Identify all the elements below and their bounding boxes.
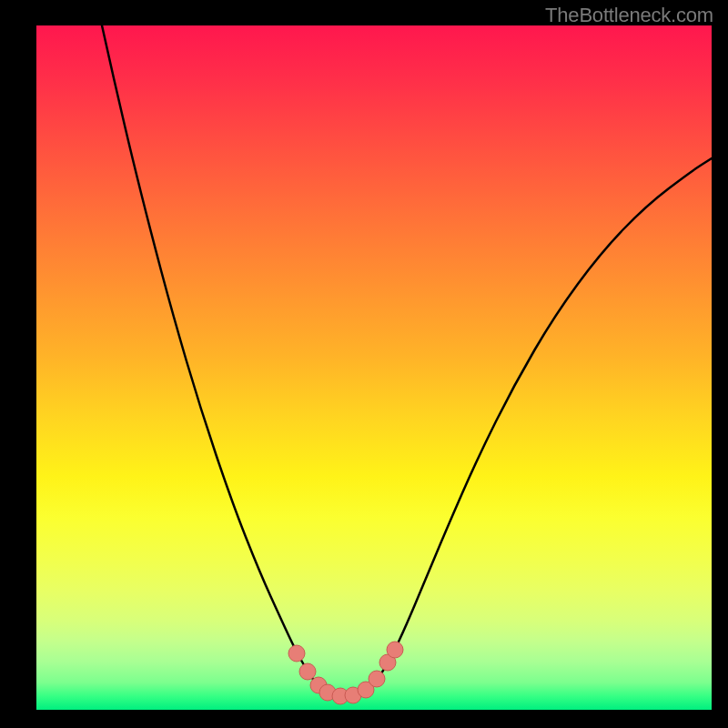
curve-layer (36, 25, 712, 710)
bottleneck-curve (102, 25, 712, 697)
data-point (299, 663, 316, 680)
watermark-text: TheBottleneck.com (545, 4, 713, 27)
data-point (288, 645, 305, 662)
data-point (387, 642, 403, 658)
plot-area (36, 25, 712, 710)
data-points-group (288, 642, 403, 704)
chart-frame: TheBottleneck.com (0, 0, 728, 728)
data-point (369, 671, 385, 687)
